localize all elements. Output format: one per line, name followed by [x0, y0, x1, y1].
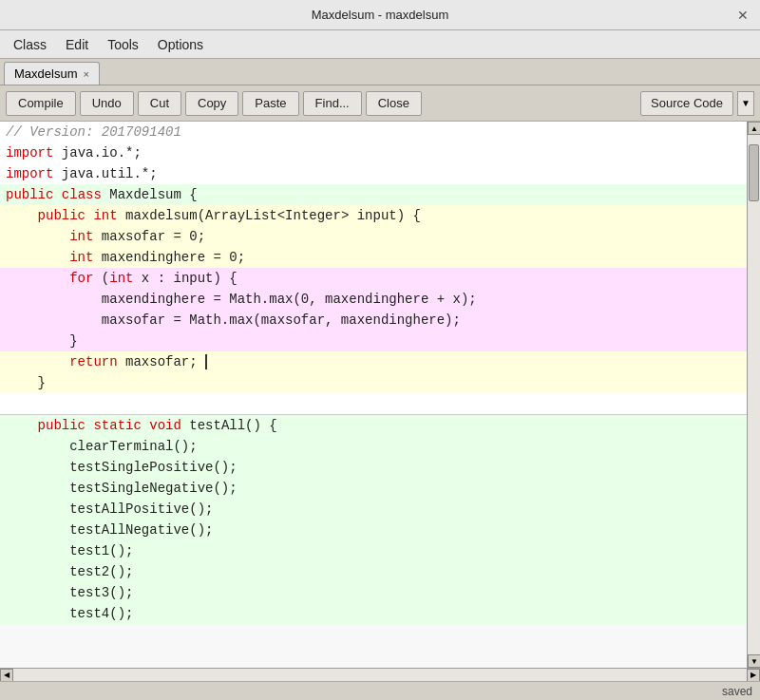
copy-button[interactable]: Copy: [185, 91, 238, 116]
tab-label: Maxdelsum: [14, 66, 77, 81]
code-content-area[interactable]: // Version: 2017091401 import java.io.*;…: [0, 122, 747, 668]
window-title: Maxdelsum - maxdelsum: [312, 8, 449, 22]
code-line-7: int maxendinghere = 0;: [0, 247, 747, 268]
code-line-3: import java.util.*;: [0, 163, 747, 184]
code-line-6: int maxsofar = 0;: [0, 226, 747, 247]
scroll-right-arrow[interactable]: ▶: [747, 669, 760, 682]
code-line-9: maxendinghere = Math.max(0, maxendingher…: [0, 289, 747, 310]
code-line-4: public class Maxdelsum {: [0, 184, 747, 205]
tab-close-icon[interactable]: ×: [83, 68, 88, 80]
horizontal-scrollbar[interactable]: ◀ ▶: [0, 668, 760, 681]
code-line-8: for (int x : input) {: [0, 268, 747, 289]
find-button[interactable]: Find...: [303, 91, 362, 116]
code-line-10: maxsofar = Math.max(maxsofar, maxendingh…: [0, 310, 747, 331]
code-line-20: testAllNegative();: [0, 520, 747, 540]
code-lines: // Version: 2017091401 import java.io.*;…: [0, 122, 747, 624]
h-scroll-track[interactable]: [13, 669, 747, 682]
menu-edit[interactable]: Edit: [56, 33, 98, 56]
code-line-21: test1();: [0, 540, 747, 561]
menu-tools[interactable]: Tools: [98, 33, 148, 56]
menu-options[interactable]: Options: [148, 33, 213, 56]
code-line-1: // Version: 2017091401: [0, 122, 747, 142]
compile-button[interactable]: Compile: [6, 91, 76, 116]
scroll-down-arrow[interactable]: ▼: [748, 654, 760, 668]
paste-button[interactable]: Paste: [242, 91, 298, 116]
scroll-left-arrow[interactable]: ◀: [0, 669, 13, 682]
close-button[interactable]: Close: [366, 91, 422, 116]
menu-bar: Class Edit Tools Options: [0, 30, 760, 59]
scroll-thumb[interactable]: [749, 144, 759, 201]
vertical-scrollbar[interactable]: ▲ ▼: [747, 122, 760, 668]
source-code-dropdown[interactable]: ▼: [737, 91, 754, 116]
menu-class[interactable]: Class: [4, 33, 56, 56]
tab-maxdelsum[interactable]: Maxdelsum ×: [4, 62, 100, 85]
code-line-11: }: [0, 331, 747, 351]
scroll-up-arrow[interactable]: ▲: [748, 122, 760, 135]
cut-button[interactable]: Cut: [138, 91, 181, 116]
code-line-16: clearTerminal();: [0, 436, 747, 457]
scroll-track[interactable]: [748, 135, 760, 654]
window-close-button[interactable]: ✕: [733, 6, 752, 25]
code-line-13: }: [0, 372, 747, 393]
undo-button[interactable]: Undo: [80, 91, 134, 116]
code-line-5: public int maxdelsum(ArrayList<Integer> …: [0, 205, 747, 226]
code-line-14: [0, 393, 747, 414]
code-line-19: testAllPositive();: [0, 499, 747, 520]
code-line-17: testSinglePositive();: [0, 457, 747, 478]
code-line-23: test3();: [0, 582, 747, 603]
code-editor[interactable]: // Version: 2017091401 import java.io.*;…: [0, 122, 760, 681]
code-line-15: public static void testAll() {: [0, 415, 747, 436]
source-code-button[interactable]: Source Code: [640, 91, 733, 116]
status-text: saved: [722, 685, 752, 698]
code-line-24: test4();: [0, 603, 747, 624]
code-line-22: test2();: [0, 561, 747, 582]
code-line-12: return maxsofar;: [0, 351, 747, 372]
code-line-18: testSingleNegative();: [0, 478, 747, 499]
status-bar: saved: [0, 681, 760, 700]
title-bar: Maxdelsum - maxdelsum ✕: [0, 0, 760, 30]
code-line-2: import java.io.*;: [0, 142, 747, 163]
toolbar: Compile Undo Cut Copy Paste Find... Clos…: [0, 85, 760, 122]
tab-bar: Maxdelsum ×: [0, 59, 760, 85]
